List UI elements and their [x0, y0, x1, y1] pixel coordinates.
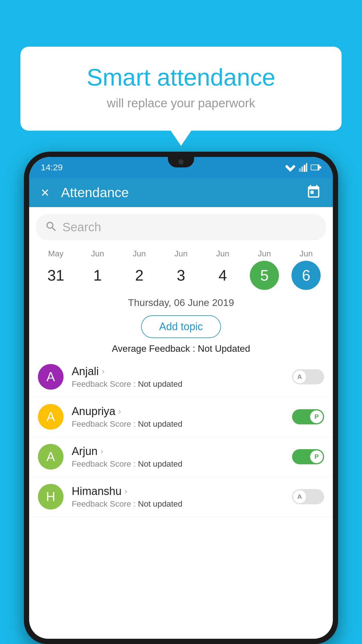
student-name: Anjali › [72, 365, 292, 378]
chevron-icon: › [118, 407, 121, 416]
calendar-day[interactable]: Jun1 [79, 249, 117, 290]
cal-month-label: Jun [91, 249, 104, 258]
phone-inner: 14:29 [29, 157, 333, 639]
cal-month-label: Jun [258, 249, 271, 258]
toggle-knob: A [293, 490, 306, 503]
speech-bubble-title: Smart attendance [44, 64, 318, 90]
student-item[interactable]: AArjun ›Feedback Score : Not updatedP [29, 437, 333, 477]
attendance-toggle[interactable]: P [292, 449, 324, 464]
toggle-knob: P [310, 410, 323, 423]
toggle-switch[interactable]: P [292, 409, 324, 424]
student-avatar: A [38, 444, 64, 470]
student-item[interactable]: AAnupriya ›Feedback Score : Not updatedP [29, 397, 333, 437]
calendar-date-row: May31Jun1Jun2Jun3Jun4Jun5Jun6 [29, 240, 333, 290]
speech-bubble-container: Smart attendance will replace your paper… [20, 47, 342, 131]
avg-feedback-value: Not Updated [198, 343, 250, 354]
student-info: Himanshu ›Feedback Score : Not updated [72, 485, 292, 509]
chevron-icon: › [102, 367, 104, 376]
signal-icon [299, 163, 307, 172]
student-info: Anjali ›Feedback Score : Not updated [72, 365, 292, 389]
status-bar: 14:29 [29, 157, 333, 178]
toggle-switch[interactable]: P [292, 449, 324, 464]
calendar-icon [306, 184, 321, 200]
search-bar[interactable]: Search [36, 214, 326, 240]
svg-rect-1 [299, 168, 301, 172]
svg-rect-2 [301, 167, 303, 172]
cal-date-number: 5 [250, 261, 279, 290]
app-header: × Attendance [29, 178, 333, 207]
calendar-day[interactable]: Jun3 [162, 249, 200, 290]
close-button[interactable]: × [41, 185, 49, 200]
calendar-day[interactable]: Jun5 [245, 249, 283, 290]
cal-date-number: 2 [125, 261, 154, 290]
calendar-icon-button[interactable] [306, 184, 321, 201]
toggle-knob: P [310, 450, 323, 463]
chevron-icon: › [101, 447, 103, 456]
student-item[interactable]: AAnjali ›Feedback Score : Not updatedA [29, 357, 333, 397]
cal-date-number: 3 [166, 261, 196, 290]
calendar-day[interactable]: Jun4 [204, 249, 242, 290]
svg-marker-0 [285, 165, 296, 172]
calendar-day[interactable]: Jun2 [120, 249, 158, 290]
attendance-toggle[interactable]: A [292, 489, 324, 504]
student-feedback: Feedback Score : Not updated [72, 379, 292, 389]
calendar-day[interactable]: Jun6 [287, 249, 325, 290]
search-icon [45, 220, 58, 234]
chevron-icon: › [124, 487, 127, 496]
svg-rect-4 [306, 163, 307, 172]
notch-camera [178, 159, 184, 164]
speech-bubble: Smart attendance will replace your paper… [20, 47, 342, 131]
student-name: Himanshu › [72, 485, 292, 498]
notch [168, 157, 194, 167]
student-avatar: A [38, 404, 64, 430]
avg-feedback-label: Average Feedback : [112, 343, 198, 354]
toggle-knob: A [293, 370, 306, 383]
attendance-toggle[interactable]: P [292, 409, 324, 424]
student-info: Anupriya ›Feedback Score : Not updated [72, 405, 292, 429]
header-title: Attendance [61, 185, 306, 200]
toggle-switch[interactable]: A [292, 489, 324, 504]
wifi-icon [285, 163, 296, 172]
battery-icon [311, 164, 321, 171]
student-avatar: H [38, 484, 64, 510]
student-item[interactable]: HHimanshu ›Feedback Score : Not updatedA [29, 477, 333, 517]
student-list: AAnjali ›Feedback Score : Not updatedAAA… [29, 357, 333, 517]
toggle-switch[interactable]: A [292, 369, 324, 384]
cal-month-label: Jun [216, 249, 229, 258]
cal-date-number: 4 [208, 261, 237, 290]
attendance-toggle[interactable]: A [292, 369, 324, 384]
cal-month-label: May [48, 249, 64, 258]
status-icons [285, 163, 321, 172]
student-name: Arjun › [72, 445, 292, 458]
cal-date-number: 1 [83, 261, 112, 290]
student-name: Anupriya › [72, 405, 292, 418]
speech-bubble-subtitle: will replace your paperwork [44, 96, 318, 110]
selected-date-label: Thursday, 06 June 2019 [29, 297, 333, 308]
phone-frame: 14:29 [24, 152, 338, 644]
status-time: 14:29 [41, 162, 63, 172]
cal-month-label: Jun [174, 249, 187, 258]
student-feedback: Feedback Score : Not updated [72, 419, 292, 429]
svg-rect-7 [311, 165, 318, 170]
search-placeholder: Search [62, 220, 101, 234]
svg-rect-3 [304, 165, 305, 172]
student-feedback: Feedback Score : Not updated [72, 459, 292, 469]
calendar-day[interactable]: May31 [37, 249, 75, 290]
student-feedback: Feedback Score : Not updated [72, 499, 292, 509]
student-avatar: A [38, 364, 64, 390]
cal-date-number: 31 [41, 261, 71, 290]
svg-rect-6 [319, 166, 321, 169]
cal-month-label: Jun [133, 249, 146, 258]
student-info: Arjun ›Feedback Score : Not updated [72, 445, 292, 469]
cal-date-number: 6 [291, 261, 321, 290]
cal-month-label: Jun [300, 249, 313, 258]
avg-feedback: Average Feedback : Not Updated [29, 343, 333, 354]
add-topic-button[interactable]: Add topic [141, 315, 221, 338]
